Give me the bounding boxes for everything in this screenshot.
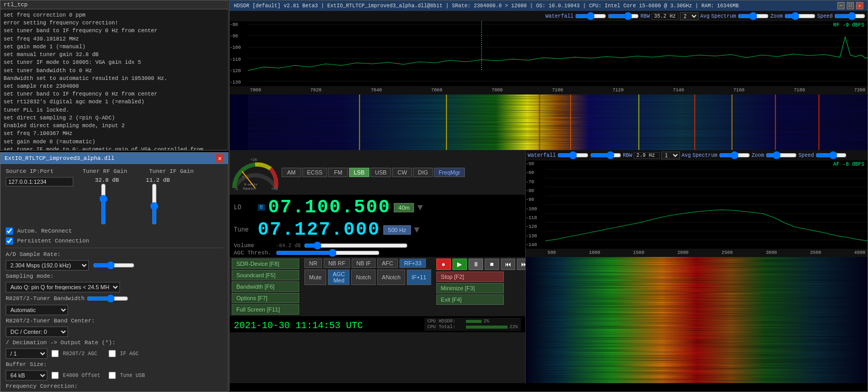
tune-frequency[interactable]: 07.127.000	[258, 219, 380, 240]
play-btn[interactable]: ▶	[452, 259, 467, 270]
af-freq-2000: 2000	[677, 250, 689, 255]
r820t2-band-center-select[interactable]: DC / Center: 0	[6, 327, 68, 337]
mode-ecss-btn[interactable]: ECSS	[302, 168, 327, 177]
waterfall-slider2-bottom[interactable]	[590, 152, 621, 158]
rf-plus33-btn[interactable]: RF+33	[399, 259, 426, 268]
notch-btn[interactable]: Notch	[351, 269, 376, 285]
e4000-offset-checkbox[interactable]	[51, 372, 59, 379]
af-freq-1500: 1500	[633, 250, 645, 255]
hdsdr-minimize-btn[interactable]: ─	[837, 2, 845, 9]
nr-btn[interactable]: NR	[304, 259, 322, 268]
spectrum-label-top: Spectrum	[711, 13, 736, 19]
speed-slider-top[interactable]	[834, 13, 865, 19]
full-screen-btn[interactable]: Full Screen [F11]	[232, 304, 299, 315]
spectrum-slider-bottom[interactable]	[719, 152, 750, 158]
buffer-size-select[interactable]: 64 kB	[6, 370, 47, 381]
r820t2-bw-select[interactable]: Automatic	[6, 305, 68, 315]
rf-dbfs-label: RF -9 dBFS	[833, 22, 864, 28]
svg-text:3: 3	[263, 165, 265, 168]
nb-rf-btn[interactable]: NB RF	[324, 259, 350, 268]
mode-dig-btn[interactable]: DIG	[413, 168, 433, 177]
mode-fm-btn[interactable]: FM	[328, 168, 348, 177]
options-btn[interactable]: Options [F7]	[232, 293, 299, 303]
stop-transport-btn[interactable]: ■	[485, 259, 499, 270]
minimize-btn[interactable]: Minimize [F3]	[436, 283, 504, 293]
rec-btn[interactable]: ●	[436, 259, 451, 270]
db-label-110: -110	[230, 57, 248, 62]
sampling-mode-select[interactable]: Auto Q: pin Q for freqencies < 24.5 MHz	[6, 282, 120, 292]
bandwidth-btn[interactable]: Bandwidth [F6]	[232, 281, 299, 292]
volume-slider[interactable]	[304, 242, 408, 249]
db-label-130: -130	[230, 80, 248, 85]
datetime-cpu-area: 2021-10-30 11:14:53 UTC CPU HDSDR: 2% CP…	[230, 316, 525, 332]
ad-sample-rate-select[interactable]: 2.304 Msps (192.0 kHz)	[6, 260, 89, 271]
band-button[interactable]: 40m	[394, 203, 414, 212]
mode-cw-btn[interactable]: CW	[392, 168, 412, 177]
if-agc-checkbox[interactable]	[109, 350, 116, 357]
soundcard-btn[interactable]: Soundcard [F5]	[232, 270, 299, 280]
freq-label-7020: 7020	[310, 88, 322, 93]
hdsdr-maximize-btn[interactable]: □	[847, 2, 854, 9]
afc-btn[interactable]: AFC	[377, 259, 398, 268]
cpu-hdsdr-row: CPU HDSDR: 2%	[428, 319, 489, 324]
ad-sample-rate-slider[interactable]	[93, 262, 135, 269]
tuner-rf-gain-label: Tuner RF Gain	[83, 168, 135, 174]
exit-btn[interactable]: Exit [F4]	[436, 294, 504, 305]
af-db-80: -80	[526, 188, 545, 194]
agc-thresh-slider[interactable]	[276, 250, 380, 256]
waterfall-slider-bottom[interactable]	[557, 152, 589, 158]
mode-usb-btn[interactable]: USB	[370, 168, 392, 177]
decimation-select[interactable]: / 1	[6, 348, 47, 359]
if-plus11-btn[interactable]: IF+11	[407, 269, 431, 285]
tune-usb-checkbox[interactable]	[109, 372, 116, 379]
extio-close-button[interactable]: ✕	[216, 154, 224, 163]
freq-label-7180: 7180	[794, 88, 805, 93]
freq-axis-top: 7000 7020 7040 7060 7080 7100 7120 7140 …	[230, 86, 867, 94]
source-ip-input[interactable]	[6, 177, 73, 186]
mode-lsb-btn[interactable]: LSB	[349, 168, 369, 177]
svg-text:Squelch: Squelch	[243, 187, 257, 191]
af-dbfs-label: AF -8 dBFS	[833, 161, 864, 167]
rwd-btn[interactable]: ⏮	[501, 259, 515, 270]
tune-row: Tune 07.127.000 500 Hz ▼	[234, 219, 521, 240]
rbw-select-bottom[interactable]: 12	[661, 152, 680, 159]
db-label-120: -120	[230, 69, 248, 74]
af-waterfall-canvas	[526, 257, 867, 383]
waterfall-slider-top[interactable]	[575, 13, 606, 19]
r820t2-bw-slider[interactable]	[87, 295, 128, 302]
mode-freqmgr-btn[interactable]: FreqMgr	[434, 168, 465, 177]
db-label-90: -90	[230, 34, 248, 39]
sdr-device-btn[interactable]: SDR-Device [F8]	[232, 259, 299, 269]
lo-indicator: B	[258, 204, 265, 211]
tuner-rf-gain-slider[interactable]	[83, 183, 124, 225]
pause-btn[interactable]: ⏸	[469, 259, 483, 270]
nb-if-btn[interactable]: NB IF	[352, 259, 376, 268]
r820t2-bw-label: R820T/2-Tuner Bandwidth	[6, 295, 85, 302]
hz-button[interactable]: 500 Hz	[383, 225, 411, 235]
lo-frequency[interactable]: 07.100.500	[268, 197, 391, 218]
stop-btn[interactable]: Stop [F2]	[436, 272, 504, 282]
zoom-slider-top[interactable]	[784, 13, 816, 19]
volume-label: Volume	[234, 242, 273, 249]
anotch-btn[interactable]: ANotch	[377, 269, 405, 285]
af-db-110: -110	[526, 215, 545, 221]
mute-btn[interactable]: Mute	[304, 269, 326, 285]
waterfall-slider2-top[interactable]	[608, 13, 639, 19]
hdsdr-title: HDSDR [default] v2.81 Beta3 | ExtIO_RTLT…	[234, 3, 739, 9]
autom-reconnect-checkbox[interactable]	[6, 227, 13, 235]
r820t2-agc-label: R820T/2 AGC	[63, 351, 104, 357]
tuner-if-gain-slider[interactable]	[133, 183, 175, 225]
af-db-90: -90	[526, 197, 545, 202]
persistent-connection-checkbox[interactable]	[6, 237, 13, 245]
speed-slider-bottom[interactable]	[816, 152, 847, 158]
spectrum-slider-top[interactable]	[738, 13, 769, 19]
hdsdr-close-btn[interactable]: ✕	[856, 2, 863, 9]
buffer-size-label: Buffer Size:	[6, 361, 58, 368]
rms-meter: -1 +20 +40 5 3 S-units Squelch	[232, 152, 278, 193]
r820t2-agc-checkbox[interactable]	[51, 350, 59, 357]
mode-am-btn[interactable]: AM	[282, 168, 301, 177]
zoom-label-top: Zoom	[770, 13, 783, 19]
zoom-slider-bottom[interactable]	[766, 152, 797, 158]
agc-med-btn[interactable]: AGC Med	[328, 269, 350, 285]
rbw-select-top[interactable]: 214	[680, 12, 699, 20]
